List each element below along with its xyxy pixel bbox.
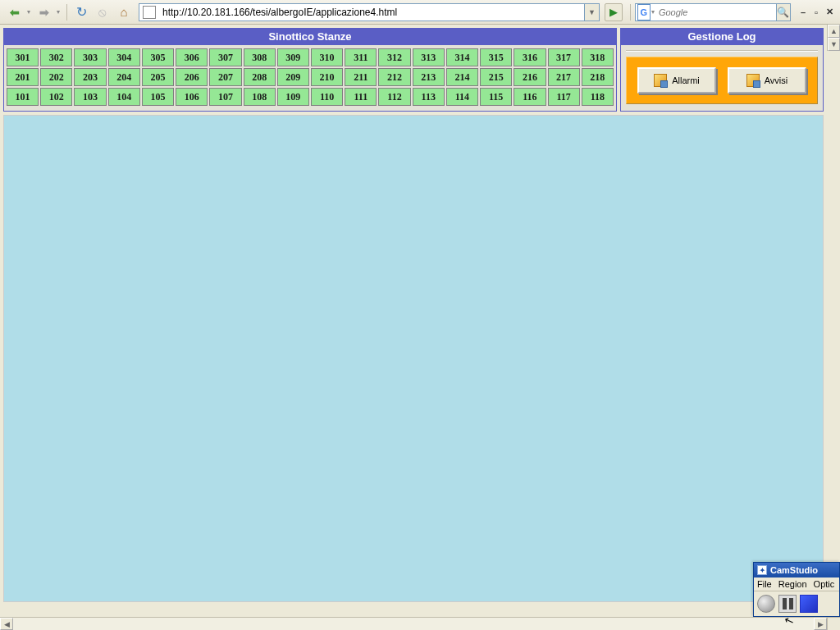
menu-options[interactable]: Optic — [814, 579, 835, 589]
reload-button[interactable]: ↻ — [71, 2, 91, 22]
record-button[interactable] — [757, 595, 775, 613]
pause-button[interactable] — [778, 595, 797, 613]
allarmi-button[interactable]: Allarmi — [637, 67, 716, 94]
room-cell[interactable]: 104 — [108, 88, 140, 106]
search-input[interactable] — [655, 4, 776, 21]
room-cell[interactable]: 313 — [413, 48, 445, 66]
allarmi-label: Allarmi — [672, 75, 700, 85]
room-cell[interactable]: 108 — [244, 88, 276, 106]
room-cell[interactable]: 311 — [345, 48, 377, 66]
room-cell[interactable]: 303 — [74, 48, 106, 66]
menu-file[interactable]: File — [757, 579, 772, 589]
room-cell[interactable]: 218 — [582, 68, 614, 86]
room-cell[interactable]: 217 — [548, 68, 580, 86]
room-cell[interactable]: 315 — [480, 48, 512, 66]
room-cell[interactable]: 214 — [446, 68, 478, 86]
room-cell[interactable]: 314 — [446, 48, 478, 66]
room-cell[interactable]: 216 — [514, 68, 546, 86]
window-controls: – ▫ ✕ — [797, 7, 835, 18]
room-cell[interactable]: 109 — [277, 88, 309, 106]
room-cell[interactable]: 101 — [7, 88, 39, 106]
room-cell[interactable]: 215 — [480, 68, 512, 86]
room-cell[interactable]: 118 — [582, 88, 614, 106]
room-cell[interactable]: 203 — [74, 68, 106, 86]
scroll-corner — [827, 618, 840, 630]
room-cell[interactable]: 302 — [40, 48, 72, 66]
room-cell[interactable]: 305 — [142, 48, 174, 66]
room-cell[interactable]: 317 — [548, 48, 580, 66]
room-cell[interactable]: 318 — [582, 48, 614, 66]
alarm-icon — [654, 74, 667, 87]
room-cell[interactable]: 208 — [244, 68, 276, 86]
room-cell[interactable]: 307 — [209, 48, 241, 66]
stop-record-button[interactable] — [800, 595, 818, 613]
scroll-down-icon[interactable]: ▼ — [828, 38, 840, 51]
log-buttons-container: Allarmi Avvisi — [626, 57, 818, 104]
room-cell[interactable]: 107 — [209, 88, 241, 106]
separator — [66, 4, 67, 21]
room-cell[interactable]: 301 — [7, 48, 39, 66]
room-cell[interactable]: 116 — [514, 88, 546, 106]
room-cell[interactable]: 212 — [378, 68, 410, 86]
room-cell[interactable]: 310 — [311, 48, 343, 66]
avvisi-label: Avvisi — [765, 75, 788, 85]
room-cell[interactable]: 117 — [548, 88, 580, 106]
room-cell[interactable]: 207 — [209, 68, 241, 86]
room-cell[interactable]: 105 — [142, 88, 174, 106]
room-cell[interactable]: 308 — [244, 48, 276, 66]
restore-button[interactable]: ▫ — [810, 7, 822, 18]
scroll-left-icon[interactable]: ◀ — [0, 618, 13, 630]
back-button[interactable]: ⬅ — [5, 2, 25, 22]
room-cell[interactable]: 306 — [176, 48, 208, 66]
room-cell[interactable]: 102 — [40, 88, 72, 106]
scroll-track[interactable] — [13, 618, 814, 630]
back-history-dropdown[interactable]: ▾ — [25, 2, 33, 22]
scroll-right-icon[interactable]: ▶ — [814, 618, 827, 630]
separator — [630, 4, 631, 21]
log-panel-title: Gestione Log — [621, 29, 823, 45]
room-cell[interactable]: 309 — [277, 48, 309, 66]
log-panel: Gestione Log Allarmi Avvisi — [620, 28, 824, 112]
room-cell[interactable]: 312 — [378, 48, 410, 66]
room-cell[interactable]: 201 — [7, 68, 39, 86]
search-box: G ▾ 🔍 — [635, 3, 791, 21]
room-cell[interactable]: 213 — [413, 68, 445, 86]
camstudio-titlebar[interactable]: ✦ CamStudio — [754, 563, 839, 578]
scroll-up-icon[interactable]: ▲ — [828, 25, 840, 38]
room-cell[interactable]: 209 — [277, 68, 309, 86]
camstudio-controls — [754, 591, 839, 616]
room-cell[interactable]: 103 — [74, 88, 106, 106]
close-button[interactable]: ✕ — [824, 7, 835, 18]
camstudio-title-text: CamStudio — [770, 565, 818, 575]
url-dropdown[interactable]: ▼ — [584, 4, 599, 21]
notice-icon — [746, 74, 760, 87]
google-logo-icon[interactable]: G — [637, 4, 651, 21]
room-cell[interactable]: 113 — [413, 88, 445, 106]
url-input[interactable] — [159, 4, 584, 21]
avvisi-button[interactable]: Avvisi — [728, 67, 806, 94]
room-cell[interactable]: 114 — [446, 88, 478, 106]
home-button[interactable]: ⌂ — [114, 2, 134, 22]
go-button[interactable]: ▶ — [605, 3, 623, 21]
room-cell[interactable]: 211 — [345, 68, 377, 86]
room-cell[interactable]: 304 — [108, 48, 140, 66]
room-cell[interactable]: 111 — [345, 88, 377, 106]
room-cell[interactable]: 110 — [311, 88, 343, 106]
room-cell[interactable]: 202 — [40, 68, 72, 86]
room-cell[interactable]: 204 — [108, 68, 140, 86]
minimize-button[interactable]: – — [797, 7, 809, 18]
room-cell[interactable]: 115 — [480, 88, 512, 106]
room-cell[interactable]: 316 — [514, 48, 546, 66]
horizontal-scrollbar[interactable]: ◀ ▶ — [0, 617, 840, 630]
page-favicon-icon — [143, 6, 156, 19]
room-cell[interactable]: 210 — [311, 68, 343, 86]
search-button[interactable]: 🔍 — [776, 4, 790, 21]
room-cell[interactable]: 112 — [378, 88, 410, 106]
room-cell[interactable]: 106 — [176, 88, 208, 106]
vertical-scrollbar[interactable]: ▲ ▼ — [827, 25, 840, 51]
camstudio-window[interactable]: ✦ CamStudio File Region Optic — [753, 562, 840, 617]
menu-region[interactable]: Region — [778, 579, 807, 589]
forward-history-dropdown[interactable]: ▾ — [54, 2, 62, 22]
room-cell[interactable]: 206 — [176, 68, 208, 86]
room-cell[interactable]: 205 — [142, 68, 174, 86]
